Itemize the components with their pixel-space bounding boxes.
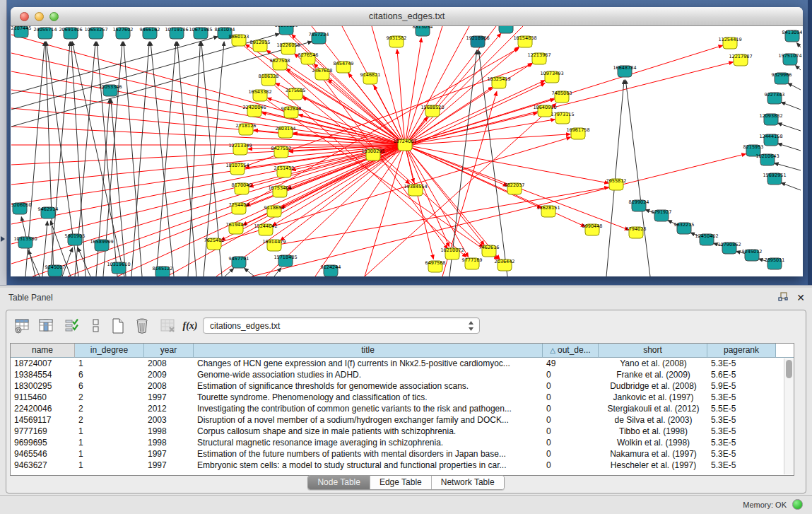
svg-text:12450402: 12450402: [695, 233, 718, 239]
svg-text:16753404: 16753404: [268, 185, 291, 191]
svg-text:10671985: 10671985: [189, 27, 212, 33]
memory-ok-indicator: [792, 499, 803, 510]
table-settings-icon[interactable]: [12, 315, 32, 337]
svg-text:9245007: 9245007: [45, 264, 66, 270]
column-header-year[interactable]: year: [144, 344, 194, 358]
svg-text:10973493: 10973493: [540, 71, 563, 76]
svg-text:7485063: 7485063: [552, 90, 572, 96]
table-row[interactable]: 977716911998Corpus callosum shape and si…: [11, 426, 783, 437]
row-height-icon[interactable]: [86, 315, 105, 337]
application-desktop: citations_edges.txt 21074452405571420691…: [0, 0, 812, 514]
column-header-short[interactable]: short: [599, 344, 707, 358]
cell-pagerank: 5.3E-5: [707, 448, 776, 460]
table-row[interactable]: 1830029562008Estimation of significance …: [11, 380, 783, 392]
svg-text:10719136: 10719136: [165, 27, 188, 33]
cell-year: 1997: [144, 392, 194, 403]
table-row[interactable]: 969969511998Structural magnetic resonanc…: [11, 437, 783, 448]
cell-title: Changes of HCN gene expression and I(f) …: [194, 358, 543, 369]
svg-text:8186328: 8186328: [259, 74, 279, 79]
svg-text:18300295: 18300295: [361, 148, 384, 154]
table-row[interactable]: 946362711997Embryonic stem cells: a mode…: [11, 460, 783, 471]
svg-text:9227343: 9227343: [765, 92, 785, 98]
svg-text:12444158: 12444158: [759, 134, 782, 139]
table-row[interactable]: 946554611997Estimation of the future num…: [11, 448, 783, 460]
tab-network-table[interactable]: Network Table: [432, 476, 504, 489]
svg-text:8990448: 8990448: [582, 223, 603, 229]
table-row[interactable]: 1872400712008Changes of HCN gene express…: [11, 358, 783, 369]
cell-out_de: 49: [543, 358, 599, 369]
svg-text:18724007: 18724007: [393, 139, 416, 144]
collapsed-control-panel[interactable]: [0, 0, 7, 287]
svg-text:16914479: 16914479: [262, 239, 286, 245]
cell-name: 14569117: [11, 414, 75, 426]
table-toolbar: f(x) citations_edges.txt: [11, 314, 801, 339]
svg-text:6791927: 6791927: [652, 209, 672, 215]
svg-text:2151452: 2151452: [274, 165, 295, 171]
svg-text:6794028: 6794028: [626, 226, 647, 232]
close-panel-icon[interactable]: ✕: [796, 292, 805, 303]
svg-text:8145122: 8145122: [153, 266, 173, 271]
window-titlebar[interactable]: citations_edges.txt: [11, 7, 803, 26]
table-row[interactable]: 2242004622012Investigating the contribut…: [11, 403, 783, 414]
new-document-icon[interactable]: [108, 315, 128, 337]
cell-in_degree: 1: [75, 437, 144, 448]
cell-pagerank: 5.3E-5: [707, 414, 776, 426]
table-row[interactable]: 911546021997Tourette syndrome. Phenomeno…: [11, 392, 783, 403]
delete-icon[interactable]: [132, 315, 152, 337]
svg-text:16961758: 16961758: [566, 127, 589, 133]
function-builder-icon[interactable]: f(x): [180, 315, 200, 337]
memory-status-label: Memory: OK: [743, 501, 787, 509]
tab-node-table[interactable]: Node Table: [308, 476, 370, 489]
cell-short: Tibbo et al. (1998): [599, 426, 707, 437]
cell-pagerank: 5.3E-5: [707, 358, 776, 369]
svg-text:22420046: 22420046: [242, 105, 266, 110]
svg-text:16033809: 16033809: [274, 26, 298, 28]
column-header-pagerank[interactable]: pagerank: [707, 344, 776, 358]
cell-year: 2008: [144, 358, 194, 369]
svg-text:12213967: 12213967: [527, 52, 551, 58]
cell-pagerank: 5.3E-5: [707, 392, 776, 403]
network-view-canvas[interactable]: 2107445240557142069140610653257152760294…: [11, 26, 802, 276]
svg-text:9462914: 9462914: [38, 206, 59, 212]
window-title: citations_edges.txt: [11, 11, 803, 21]
cell-year: 2009: [144, 369, 194, 380]
svg-text:20053346: 20053346: [98, 84, 122, 90]
table-row[interactable]: 1456911722003Disruption of a novel membe…: [11, 414, 783, 426]
cell-pagerank: 5.3E-5: [707, 426, 776, 437]
cell-name: 9465546: [11, 448, 75, 460]
svg-text:9146821: 9146821: [360, 72, 381, 78]
svg-text:8215953: 8215953: [743, 144, 764, 150]
svg-text:10313580: 10313580: [13, 236, 37, 242]
table-vertical-scrollbar[interactable]: [784, 358, 793, 474]
svg-text:2803144: 2803144: [276, 126, 296, 132]
svg-text:8860123: 8860123: [229, 34, 249, 40]
table-select-dropdown[interactable]: citations_edges.txt: [203, 317, 480, 334]
table-panel: Table Panel ✕: [0, 288, 812, 495]
scrollbar-thumb[interactable]: [786, 360, 792, 378]
svg-text:16210072: 16210072: [440, 247, 464, 253]
cell-year: 1997: [144, 460, 194, 471]
cell-name: 18724007: [11, 358, 75, 369]
delete-table-icon: [158, 315, 177, 337]
cell-out_de: 0: [543, 414, 599, 426]
cell-pagerank: 5.3E-5: [707, 437, 776, 448]
cell-pagerank: 5.3E-5: [707, 460, 776, 471]
column-header-name[interactable]: name: [11, 344, 75, 358]
svg-text:12093832: 12093832: [759, 113, 782, 119]
cell-in_degree: 6: [75, 369, 144, 380]
tab-edge-table[interactable]: Edge Table: [370, 476, 432, 489]
table-columns-icon[interactable]: [36, 315, 56, 337]
float-window-icon[interactable]: [778, 291, 788, 304]
column-header-in_degree[interactable]: in_degree: [75, 344, 144, 358]
cell-out_de: 0: [543, 437, 599, 448]
svg-text:10790862: 10790862: [717, 242, 741, 247]
table-row[interactable]: 1938455462009Genome-wide association stu…: [11, 369, 783, 380]
svg-text:7857224: 7857224: [309, 32, 329, 37]
column-header-title[interactable]: title: [194, 344, 543, 358]
svg-text:9827508: 9827508: [270, 58, 290, 64]
cell-in_degree: 2: [75, 392, 144, 403]
column-header-out_de[interactable]: △out_de...: [543, 344, 599, 358]
cell-title: Estimation of significance thresholds fo…: [194, 380, 543, 392]
select-columns-icon[interactable]: [61, 315, 81, 337]
svg-text:13628151: 13628151: [536, 205, 560, 211]
